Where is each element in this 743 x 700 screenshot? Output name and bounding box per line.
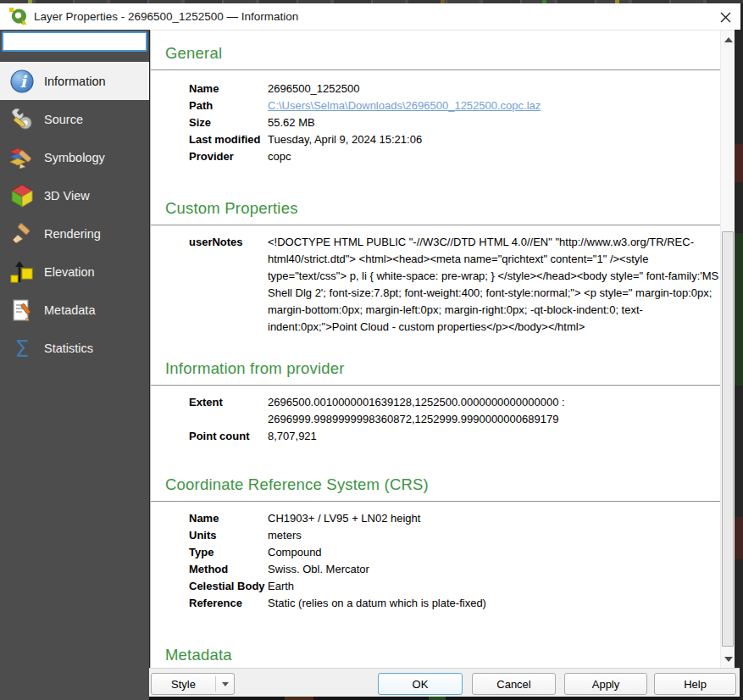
sidebar-item-label: Symbology [44, 151, 105, 164]
metadata-icon [9, 297, 35, 323]
row-label: Method [189, 561, 268, 578]
row-label: Name [189, 81, 268, 97]
style-dropdown-arrow[interactable] [216, 682, 234, 686]
table-row: Units meters [189, 527, 719, 544]
svg-text:Σ: Σ [14, 336, 29, 361]
scroll-up-icon [724, 37, 733, 42]
table-row: Name 2696500_1252500 [189, 81, 719, 97]
background-app-bottom-sliver [149, 697, 740, 700]
table-row: Name CH1903+ / LV95 + LN02 height [189, 510, 719, 527]
background-app-right-sliver [735, 30, 743, 669]
sidebar-item-3d-view[interactable]: 3D View [0, 176, 149, 214]
row-label: Extent [189, 394, 268, 428]
section-title-custom-properties: Custom Properties [165, 197, 719, 219]
row-label: Reference [189, 595, 268, 612]
sidebar-item-label: Source [44, 113, 83, 126]
sidebar-nav: i Information Source Symbology [0, 62, 149, 367]
table-row: Celestial Body Earth [189, 578, 719, 595]
section-divider [151, 69, 735, 70]
3d-view-icon [9, 183, 35, 208]
sidebar-item-label: Statistics [44, 342, 93, 355]
sidebar-item-label: Information [44, 75, 106, 88]
rendering-icon [9, 221, 35, 247]
row-label: Celestial Body [189, 578, 268, 595]
background-speck [735, 144, 743, 182]
information-icon: i [9, 69, 35, 94]
sidebar-item-elevation[interactable]: Elevation [0, 253, 149, 291]
row-label: Size [189, 114, 268, 131]
scroll-up-button[interactable] [721, 32, 735, 47]
table-row: Size 55.62 MB [189, 114, 719, 131]
dialog-titlebar: Layer Properties - 2696500_1252500 — Inf… [0, 3, 740, 30]
help-button[interactable]: Help [654, 673, 736, 695]
provider-info-table: Extent 2696500.0010000001639128,1252500.… [165, 394, 719, 445]
user-notes-value: <!DOCTYPE HTML PUBLIC "-//W3C//DTD HTML … [268, 234, 719, 336]
close-icon [720, 12, 731, 23]
sidebar-item-statistics[interactable]: Σ Statistics [0, 329, 149, 367]
chevron-down-icon [222, 682, 229, 686]
row-label: Type [189, 544, 268, 561]
cancel-button[interactable]: Cancel [472, 673, 556, 695]
sidebar-item-source[interactable]: Source [0, 100, 149, 138]
row-value: meters [268, 527, 719, 544]
row-label: Units [189, 527, 268, 544]
custom-properties-table: userNotes <!DOCTYPE HTML PUBLIC "-//W3C/… [165, 234, 719, 336]
dialog-button-bar: Style OK Cancel Apply Help [149, 668, 740, 697]
extent-value: 2696500.0010000001639128,1252500.0000000… [268, 394, 719, 428]
table-row: userNotes <!DOCTYPE HTML PUBLIC "-//W3C/… [189, 234, 719, 336]
row-label: Point count [189, 428, 268, 445]
table-row: Reference Static (relies on a datum whic… [189, 595, 719, 612]
ok-button[interactable]: OK [378, 673, 463, 695]
row-label: Name [189, 510, 268, 527]
sidebar-item-symbology[interactable]: Symbology [0, 138, 149, 176]
row-value: CH1903+ / LV95 + LN02 height [268, 510, 719, 527]
section-title-crs: Coordinate Reference System (CRS) [165, 474, 719, 495]
apply-button[interactable]: Apply [564, 673, 647, 695]
sidebar-item-label: Elevation [44, 265, 95, 279]
row-value: 2696500_1252500 [268, 81, 719, 97]
background-speck [735, 233, 743, 386]
scroll-down-icon [724, 657, 733, 662]
row-value: Tuesday, April 9, 2024 15:21:06 [268, 131, 719, 148]
style-dropdown-button[interactable]: Style [151, 673, 235, 695]
background-speck [735, 517, 743, 559]
table-row: Extent 2696500.0010000001639128,1252500.… [189, 394, 719, 428]
row-value: 55.62 MB [268, 114, 719, 131]
row-label: userNotes [189, 234, 268, 336]
source-icon [9, 107, 35, 132]
vertical-scrollbar[interactable] [720, 31, 735, 668]
sidebar-item-rendering[interactable]: Rendering [0, 214, 149, 253]
scrollbar-thumb[interactable] [722, 231, 734, 647]
sidebar-item-metadata[interactable]: Metadata [0, 291, 149, 329]
qgis-logo-icon [8, 7, 28, 26]
crs-table: Name CH1903+ / LV95 + LN02 height Units … [165, 510, 719, 612]
background-speck [285, 697, 313, 700]
table-row: Type Compound [189, 544, 719, 561]
section-divider [151, 225, 735, 225]
section-divider [151, 385, 735, 386]
section-title-provider-info: Information from provider [165, 358, 719, 379]
sidebar-item-information[interactable]: i Information [0, 62, 149, 100]
row-value: Earth [268, 578, 719, 595]
file-path-link[interactable]: C:\Users\Selma\Downloads\2696500_1252500… [268, 99, 541, 112]
information-panel: General Name 2696500_1252500 Path C:\Use… [150, 30, 735, 668]
search-input[interactable] [14, 35, 146, 48]
row-value: Static (relies on a datum which is plate… [268, 595, 719, 612]
sidebar-item-label: Rendering [44, 227, 101, 241]
table-row: Last modified Tuesday, April 9, 2024 15:… [189, 131, 719, 148]
sidebar-item-label: 3D View [44, 189, 90, 203]
sidebar-search-box[interactable] [2, 31, 147, 52]
row-value: Swiss. Obl. Mercator [268, 561, 719, 578]
close-button[interactable] [716, 8, 735, 26]
search-icon [8, 36, 8, 47]
style-button-label: Style [152, 678, 215, 691]
elevation-icon [9, 259, 35, 285]
row-label: Provider [189, 148, 268, 165]
dialog-title: Layer Properties - 2696500_1252500 — Inf… [34, 3, 298, 30]
table-row: Point count 8,707,921 [189, 428, 719, 445]
statistics-icon: Σ [9, 336, 35, 361]
section-title-general: General [165, 42, 719, 64]
table-row: Path C:\Users\Selma\Downloads\2696500_12… [189, 97, 719, 114]
symbology-icon [9, 145, 35, 170]
scroll-down-button[interactable] [721, 652, 735, 666]
